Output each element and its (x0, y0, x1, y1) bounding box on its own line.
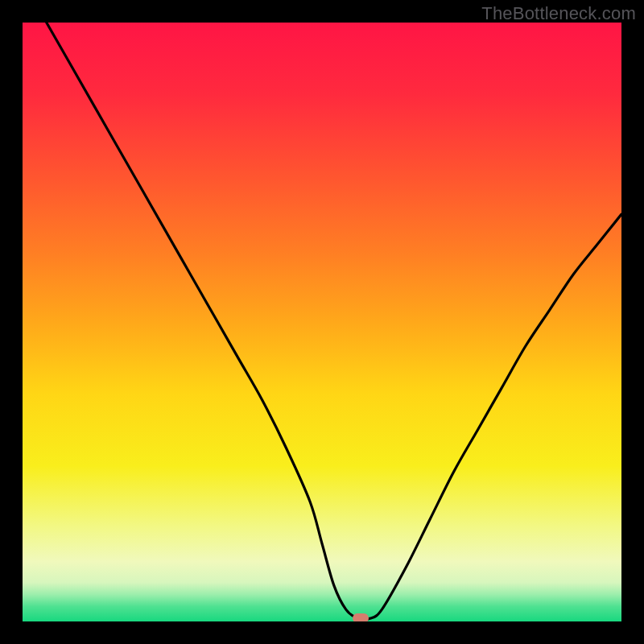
plot-area (23, 23, 621, 621)
watermark-text: TheBottleneck.com (481, 3, 636, 24)
bottleneck-curve (23, 23, 621, 621)
optimal-point-marker (353, 613, 369, 621)
chart-frame: TheBottleneck.com (0, 0, 644, 644)
